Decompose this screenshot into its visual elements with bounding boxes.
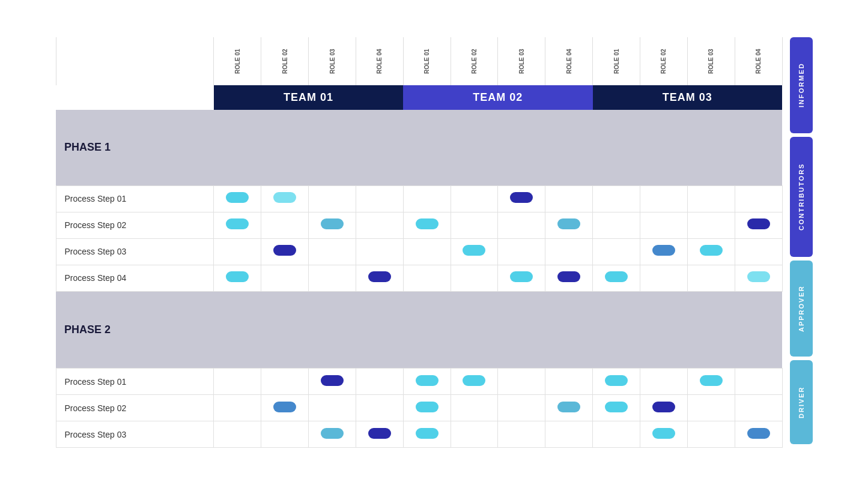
cell-1-1-1	[261, 395, 309, 421]
cell-0-1-3	[356, 212, 403, 238]
cell-0-3-1	[261, 265, 309, 291]
role-header-9: ROLE 02	[640, 37, 687, 85]
cell-0-1-0	[214, 212, 261, 238]
cell-1-1-7	[545, 395, 593, 421]
cell-0-3-3	[356, 265, 403, 291]
pill-teal	[557, 218, 580, 229]
role-header-4: ROLE 01	[403, 37, 451, 85]
pill-cyan	[700, 375, 723, 386]
cell-0-3-4	[403, 265, 451, 291]
pill-dark-blue	[510, 192, 533, 203]
cell-0-3-10	[687, 265, 735, 291]
pill-cyan	[463, 245, 485, 256]
cell-1-1-8	[593, 395, 640, 421]
legend-item-approver: APPROVER	[790, 261, 813, 357]
cell-0-0-4	[403, 185, 451, 212]
pill-dark-blue	[368, 271, 391, 282]
cell-1-0-5	[451, 369, 498, 395]
cell-1-1-2	[309, 395, 356, 421]
cell-1-2-3	[356, 421, 403, 448]
cell-0-2-11	[735, 238, 782, 265]
empty-header	[56, 37, 214, 85]
role-header-8: ROLE 01	[593, 37, 640, 85]
team-header-team2: TEAM 02	[403, 85, 592, 110]
cell-0-1-2	[309, 212, 356, 238]
cell-1-2-4	[403, 421, 451, 448]
step-label: Process Step 01	[56, 185, 214, 212]
role-header-11: ROLE 04	[735, 37, 782, 85]
pill-dark-blue	[368, 428, 391, 439]
cell-0-3-8	[593, 265, 640, 291]
cell-1-1-10	[687, 395, 735, 421]
cell-0-2-0	[214, 238, 261, 265]
team-header-row: TEAM 01TEAM 02TEAM 03	[56, 85, 782, 110]
cell-0-2-4	[403, 238, 451, 265]
cell-0-0-2	[309, 185, 356, 212]
pill-dark-blue	[557, 271, 580, 282]
matrix-body: PHASE 1Process Step 01Process Step 02Pro…	[56, 110, 782, 448]
role-header-2: ROLE 03	[309, 37, 356, 85]
cell-0-0-0	[214, 185, 261, 212]
step-label: Process Step 02	[56, 212, 214, 238]
pill-cyan	[605, 402, 628, 412]
pill-teal	[321, 428, 344, 439]
table-row: Process Step 04	[56, 265, 782, 291]
role-header-10: ROLE 03	[687, 37, 735, 85]
pill-cyan	[416, 218, 439, 229]
pill-teal	[557, 402, 580, 412]
cell-1-2-8	[593, 421, 640, 448]
table-row: Process Step 03	[56, 238, 782, 265]
pill-cyan	[510, 271, 533, 282]
pill-light-cyan	[273, 192, 296, 203]
cell-1-2-9	[640, 421, 687, 448]
pill-cyan	[226, 192, 249, 203]
step-label: Process Step 01	[56, 369, 214, 395]
cell-0-0-11	[735, 185, 782, 212]
role-header-0: ROLE 01	[214, 37, 261, 85]
step-label: Process Step 04	[56, 265, 214, 291]
cell-1-2-2	[309, 421, 356, 448]
cell-0-3-0	[214, 265, 261, 291]
cell-1-1-4	[403, 395, 451, 421]
cell-1-1-3	[356, 395, 403, 421]
pill-dark-blue	[273, 245, 296, 256]
cell-0-0-10	[687, 185, 735, 212]
cell-1-1-0	[214, 395, 261, 421]
cell-1-1-6	[498, 395, 545, 421]
cell-0-3-5	[451, 265, 498, 291]
cell-0-2-1	[261, 238, 309, 265]
cell-0-1-7	[545, 212, 593, 238]
cell-0-1-10	[687, 212, 735, 238]
cell-1-1-9	[640, 395, 687, 421]
table-row: Process Step 02	[56, 395, 782, 421]
step-label: Process Step 03	[56, 421, 214, 448]
phase-label-1: PHASE 2	[56, 291, 782, 368]
team-header-team3: TEAM 03	[593, 85, 782, 110]
pill-dark-blue	[321, 375, 344, 386]
pill-cyan	[226, 218, 249, 229]
cell-0-3-2	[309, 265, 356, 291]
cell-0-0-7	[545, 185, 593, 212]
cell-0-0-5	[451, 185, 498, 212]
pill-medium-blue	[652, 245, 675, 256]
cell-1-2-5	[451, 421, 498, 448]
cell-1-0-11	[735, 369, 782, 395]
pill-medium-blue	[747, 428, 770, 439]
cell-0-0-1	[261, 185, 309, 212]
legend-item-informed: INFORMED	[790, 37, 813, 133]
cell-1-2-0	[214, 421, 261, 448]
cell-0-2-3	[356, 238, 403, 265]
pill-cyan	[652, 428, 675, 439]
pill-teal	[321, 218, 344, 229]
cell-0-2-2	[309, 238, 356, 265]
pill-cyan	[416, 428, 439, 439]
team-header-team1: TEAM 01	[214, 85, 403, 110]
cell-1-0-10	[687, 369, 735, 395]
cell-1-0-3	[356, 369, 403, 395]
cell-1-0-8	[593, 369, 640, 395]
cell-1-0-9	[640, 369, 687, 395]
cell-0-1-4	[403, 212, 451, 238]
team-label-spacer	[56, 85, 214, 110]
phase-row-1: PHASE 2	[56, 291, 782, 368]
cell-1-2-10	[687, 421, 735, 448]
